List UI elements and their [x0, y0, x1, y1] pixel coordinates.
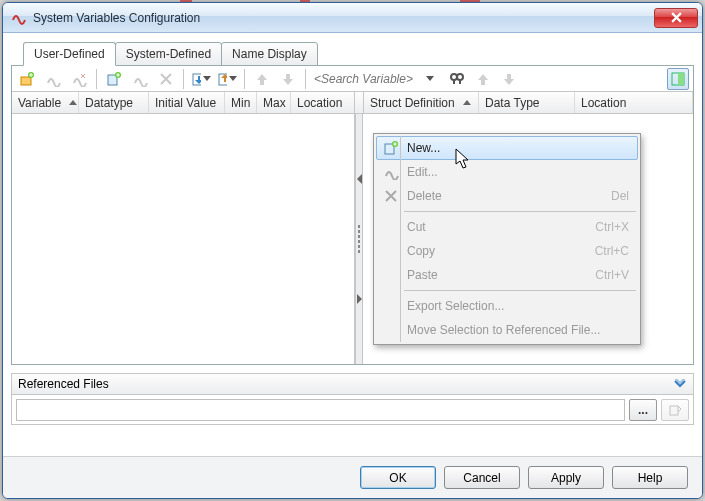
move-down-button[interactable] [277, 68, 299, 90]
ctx-new[interactable]: New... [376, 136, 638, 160]
ok-button[interactable]: OK [360, 466, 436, 489]
ctx-label: Export Selection... [403, 299, 629, 313]
edit-namespace-button[interactable] [42, 68, 64, 90]
toolbar [12, 66, 693, 92]
tab-system-defined[interactable]: System-Defined [115, 42, 222, 66]
find-button[interactable] [446, 68, 468, 90]
find-next-button[interactable] [498, 68, 520, 90]
tab-strip: User-Defined System-Defined Name Display [23, 41, 694, 65]
ctx-label: Edit... [403, 165, 629, 179]
search-input[interactable] [314, 72, 424, 86]
ctx-paste: Paste Ctrl+V [376, 263, 638, 287]
ctx-label: New... [403, 141, 629, 155]
col-datatype[interactable]: Datatype [79, 92, 149, 113]
edit-variable-button[interactable] [129, 68, 151, 90]
variables-grid[interactable] [12, 114, 355, 364]
separator [404, 211, 636, 212]
separator [404, 290, 636, 291]
col-max[interactable]: Max [257, 92, 291, 113]
col-location-right[interactable]: Location [575, 92, 693, 113]
delete-namespace-button[interactable] [68, 68, 90, 90]
referenced-file-path-input[interactable] [16, 399, 625, 421]
svg-rect-9 [678, 73, 684, 85]
tab-user-defined[interactable]: User-Defined [23, 42, 116, 66]
cancel-button[interactable]: Cancel [444, 466, 520, 489]
svg-rect-10 [670, 406, 678, 415]
ctx-accel: Ctrl+V [595, 268, 629, 282]
ctx-label: Paste [403, 268, 595, 282]
ctx-label: Delete [403, 189, 611, 203]
remove-ref-button[interactable] [661, 399, 689, 421]
toggle-struct-pane-button[interactable] [667, 68, 689, 90]
col-location-left[interactable]: Location [291, 92, 355, 113]
chevron-down-icon [203, 76, 211, 81]
chevron-down-icon [673, 379, 687, 389]
export-button[interactable] [216, 68, 238, 90]
col-initial-value[interactable]: Initial Value [149, 92, 225, 113]
referenced-files-header[interactable]: Referenced Files [11, 373, 694, 395]
apply-button[interactable]: Apply [528, 466, 604, 489]
ctx-cut: Cut Ctrl+X [376, 215, 638, 239]
context-menu: New... Edit... Delete Del Cut Ctrl+X Cop… [373, 133, 641, 345]
import-button[interactable] [190, 68, 212, 90]
splitter[interactable] [355, 114, 363, 364]
new-namespace-button[interactable] [16, 68, 38, 90]
ctx-label: Move Selection to Referenced File... [403, 323, 629, 337]
column-headers: Variable Datatype Initial Value Min Max … [12, 92, 693, 114]
ctx-edit: Edit... [376, 160, 638, 184]
find-prev-button[interactable] [472, 68, 494, 90]
referenced-files-title: Referenced Files [18, 377, 109, 391]
ctx-copy: Copy Ctrl+C [376, 239, 638, 263]
referenced-files-group: Referenced Files ... [11, 373, 694, 425]
ctx-export-selection: Export Selection... [376, 294, 638, 318]
new-variable-button[interactable] [103, 68, 125, 90]
chevron-down-icon [229, 76, 237, 81]
col-variable[interactable]: Variable [12, 92, 79, 113]
delete-variable-button[interactable] [155, 68, 177, 90]
col-data-type[interactable]: Data Type [479, 92, 575, 113]
sort-asc-icon [69, 100, 77, 105]
chevron-down-icon[interactable] [426, 76, 434, 81]
sort-asc-icon [463, 100, 471, 105]
titlebar[interactable]: System Variables Configuration [3, 3, 702, 33]
ctx-accel: Del [611, 189, 629, 203]
col-min[interactable]: Min [225, 92, 257, 113]
svg-point-7 [457, 74, 463, 80]
ctx-accel: Ctrl+C [595, 244, 629, 258]
browse-button[interactable]: ... [629, 399, 657, 421]
close-button[interactable] [654, 8, 698, 28]
move-up-button[interactable] [251, 68, 273, 90]
ctx-label: Cut [403, 220, 595, 234]
ctx-move-selection: Move Selection to Referenced File... [376, 318, 638, 342]
help-button[interactable]: Help [612, 466, 688, 489]
ctx-label: Copy [403, 244, 595, 258]
search-box[interactable] [314, 72, 434, 86]
ctx-delete: Delete Del [376, 184, 638, 208]
collapse-left-icon [357, 174, 362, 184]
tab-name-display[interactable]: Name Display [221, 42, 318, 66]
collapse-right-icon [357, 294, 362, 304]
window-title: System Variables Configuration [33, 11, 654, 25]
app-icon [11, 10, 27, 26]
dialog-footer: OK Cancel Apply Help [3, 456, 702, 498]
svg-rect-0 [21, 77, 31, 85]
col-struct-def[interactable]: Struct Definition [364, 92, 479, 113]
ctx-accel: Ctrl+X [595, 220, 629, 234]
